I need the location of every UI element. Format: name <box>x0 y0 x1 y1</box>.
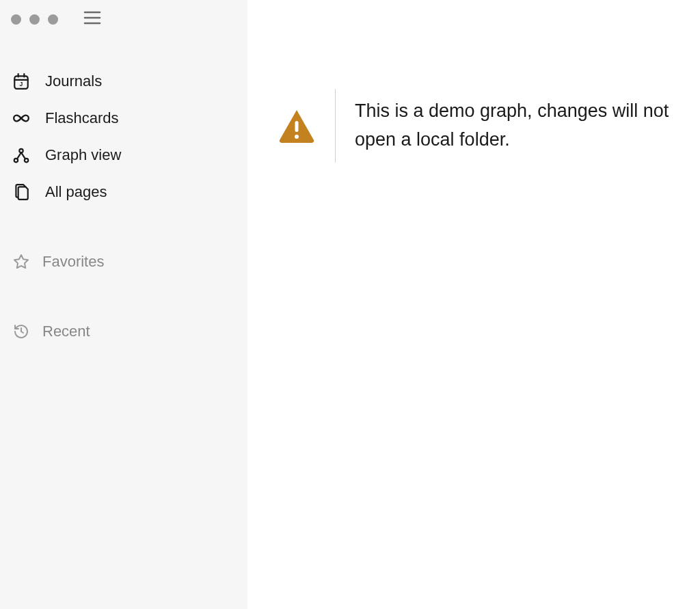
minimize-window-button[interactable] <box>29 14 40 25</box>
divider <box>335 89 336 163</box>
warning-text-line: open a local folder. <box>355 126 669 154</box>
warning-text-line: This is a demo graph, changes will not <box>355 97 669 126</box>
pages-icon <box>12 183 30 201</box>
warning-message: This is a demo graph, changes will not o… <box>355 97 669 154</box>
svg-rect-14 <box>295 121 299 132</box>
titlebar <box>0 8 247 30</box>
maximize-window-button[interactable] <box>48 14 58 25</box>
nav-recent-section: Recent <box>0 313 247 350</box>
svg-line-11 <box>17 152 21 159</box>
nav-label: Flashcards <box>45 109 119 127</box>
nav-primary: J Journals Flashcards <box>0 63 247 211</box>
graph-icon <box>12 146 30 164</box>
nav-favorites-section: Favorites <box>0 243 247 280</box>
nav-recent-header[interactable]: Recent <box>12 313 235 350</box>
star-icon <box>12 253 30 271</box>
svg-line-12 <box>21 152 25 159</box>
close-window-button[interactable] <box>11 14 21 25</box>
nav-label: Journals <box>45 72 102 90</box>
calendar-icon: J <box>12 72 30 90</box>
svg-point-15 <box>295 135 299 139</box>
history-icon <box>12 323 30 340</box>
menu-button[interactable] <box>83 10 101 28</box>
nav-label: Recent <box>42 323 90 340</box>
nav-favorites-header[interactable]: Favorites <box>12 243 235 280</box>
nav-label: Graph view <box>45 146 121 164</box>
infinity-icon <box>12 109 30 127</box>
demo-warning-banner: This is a demo graph, changes will not o… <box>278 89 700 163</box>
main-content: This is a demo graph, changes will not o… <box>247 0 700 609</box>
svg-marker-13 <box>14 255 28 268</box>
nav-label: Favorites <box>42 253 104 271</box>
nav-item-all-pages[interactable]: All pages <box>12 174 235 211</box>
sidebar: J Journals Flashcards <box>0 0 247 609</box>
nav-item-journals[interactable]: J Journals <box>12 63 235 100</box>
nav-item-graph-view[interactable]: Graph view <box>12 137 235 174</box>
nav-item-flashcards[interactable]: Flashcards <box>12 100 235 137</box>
menu-icon <box>83 10 101 28</box>
window-controls <box>11 14 58 25</box>
svg-text:J: J <box>20 81 23 87</box>
warning-icon <box>278 107 316 145</box>
nav-label: All pages <box>45 183 107 201</box>
